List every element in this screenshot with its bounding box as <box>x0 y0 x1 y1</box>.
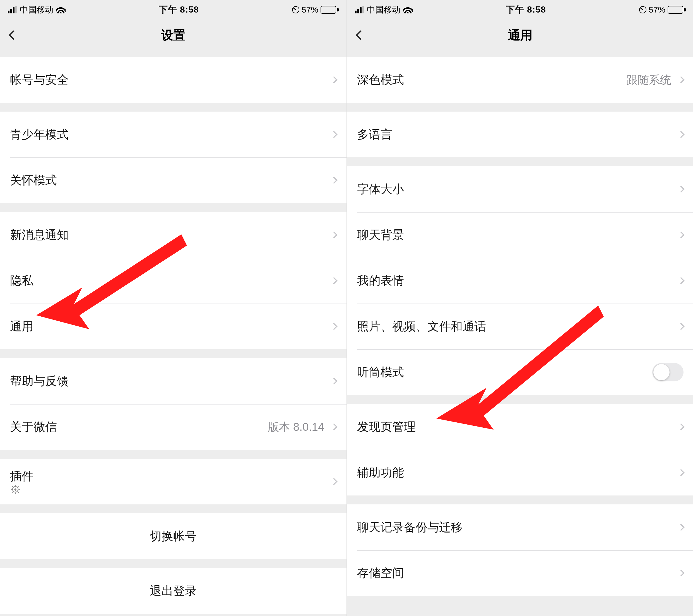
row-label: 新消息通知 <box>10 227 329 243</box>
row-font-size[interactable]: 字体大小 <box>347 166 693 212</box>
chevron-right-icon <box>330 131 337 138</box>
nav-bar: 通用 <box>347 20 693 51</box>
status-bar: 中国移动 下午 8:58 57% <box>0 0 346 20</box>
alarm-icon <box>639 6 647 14</box>
row-value: 版本 8.0.14 <box>268 419 324 435</box>
row-label: 聊天背景 <box>357 227 676 243</box>
carrier-label: 中国移动 <box>367 4 400 16</box>
row-discover-management[interactable]: 发现页管理 <box>347 404 693 450</box>
chevron-right-icon <box>677 76 684 83</box>
chevron-right-icon <box>330 323 337 330</box>
status-time: 下午 8:58 <box>159 4 199 16</box>
row-label: 存储空间 <box>357 565 676 581</box>
row-value: 跟随系统 <box>627 72 671 87</box>
row-chat-backup[interactable]: 聊天记录备份与迁移 <box>347 504 693 550</box>
row-label: 通用 <box>10 319 329 334</box>
row-about[interactable]: 关于微信 版本 8.0.14 <box>0 404 346 450</box>
row-language[interactable]: 多语言 <box>347 112 693 157</box>
lightbulb-icon <box>10 484 329 495</box>
row-stickers[interactable]: 我的表情 <box>347 258 693 303</box>
chevron-right-icon <box>677 323 684 330</box>
row-label: 发现页管理 <box>357 419 676 435</box>
row-label: 字体大小 <box>357 181 676 197</box>
row-label: 青少年模式 <box>10 127 329 142</box>
page-title: 设置 <box>161 27 185 43</box>
row-label: 深色模式 <box>357 72 627 87</box>
battery-icon <box>320 6 339 14</box>
wifi-icon <box>403 6 413 14</box>
row-help-feedback[interactable]: 帮助与反馈 <box>0 358 346 404</box>
chevron-right-icon <box>330 423 337 430</box>
row-storage[interactable]: 存储空间 <box>347 550 693 596</box>
chevron-right-icon <box>677 231 684 238</box>
chevron-right-icon <box>677 131 684 138</box>
row-label: 隐私 <box>10 273 329 289</box>
row-teen-mode[interactable]: 青少年模式 <box>0 112 346 157</box>
row-privacy[interactable]: 隐私 <box>0 258 346 303</box>
row-label: 多语言 <box>357 127 676 142</box>
row-label: 帮助与反馈 <box>10 373 329 389</box>
screenshot-general: 中国移动 下午 8:58 57% 通用 深色 <box>347 0 693 616</box>
row-label: 帐号与安全 <box>10 72 329 87</box>
row-label: 照片、视频、文件和通话 <box>357 319 676 334</box>
chevron-right-icon <box>330 277 337 284</box>
row-label: 切换帐号 <box>10 529 336 544</box>
chevron-right-icon <box>330 231 337 238</box>
chevron-right-icon <box>677 277 684 284</box>
chevron-right-icon <box>330 377 337 384</box>
row-media-files-calls[interactable]: 照片、视频、文件和通话 <box>347 303 693 349</box>
row-care-mode[interactable]: 关怀模式 <box>0 157 346 203</box>
earpiece-toggle[interactable] <box>652 363 684 381</box>
row-account-security[interactable]: 帐号与安全 <box>0 57 346 103</box>
row-label: 关于微信 <box>10 419 268 435</box>
battery-pct: 57% <box>302 5 318 15</box>
battery-icon <box>668 6 686 14</box>
row-notifications[interactable]: 新消息通知 <box>0 212 346 258</box>
alarm-icon <box>292 6 299 14</box>
row-label: 聊天记录备份与迁移 <box>357 519 676 535</box>
chevron-right-icon <box>677 423 684 430</box>
row-plugins[interactable]: 插件 <box>0 459 346 504</box>
signal-icon <box>8 6 17 14</box>
row-chat-background[interactable]: 聊天背景 <box>347 212 693 258</box>
row-earpiece-mode[interactable]: 听筒模式 <box>347 349 693 395</box>
chevron-right-icon <box>677 524 684 531</box>
signal-icon <box>355 6 364 14</box>
screenshot-settings: 中国移动 下午 8:58 57% 设置 帐号 <box>0 0 346 616</box>
row-accessibility[interactable]: 辅助功能 <box>347 450 693 496</box>
carrier-label: 中国移动 <box>20 4 53 16</box>
nav-bar: 设置 <box>0 20 346 51</box>
battery-pct: 57% <box>649 5 666 15</box>
row-switch-account[interactable]: 切换帐号 <box>0 513 346 559</box>
status-time: 下午 8:58 <box>506 4 546 16</box>
row-dark-mode[interactable]: 深色模式 跟随系统 <box>347 57 693 103</box>
chevron-right-icon <box>330 76 337 83</box>
row-label: 听筒模式 <box>357 364 652 380</box>
row-general[interactable]: 通用 <box>0 303 346 349</box>
status-bar: 中国移动 下午 8:58 57% <box>347 0 693 20</box>
page-title: 通用 <box>508 27 533 43</box>
row-label: 辅助功能 <box>357 465 676 480</box>
chevron-right-icon <box>330 478 337 485</box>
chevron-left-icon <box>356 31 365 40</box>
row-label: 关怀模式 <box>10 173 329 188</box>
row-logout[interactable]: 退出登录 <box>0 568 346 614</box>
chevron-right-icon <box>677 570 684 576</box>
chevron-left-icon <box>9 31 18 40</box>
chevron-right-icon <box>677 469 684 476</box>
back-button[interactable] <box>5 27 22 43</box>
wifi-icon <box>56 6 65 14</box>
chevron-right-icon <box>330 177 337 183</box>
row-label: 我的表情 <box>357 273 676 289</box>
back-button[interactable] <box>352 27 369 43</box>
row-label: 退出登录 <box>10 583 336 599</box>
row-label: 插件 <box>10 469 329 495</box>
chevron-right-icon <box>677 185 684 193</box>
